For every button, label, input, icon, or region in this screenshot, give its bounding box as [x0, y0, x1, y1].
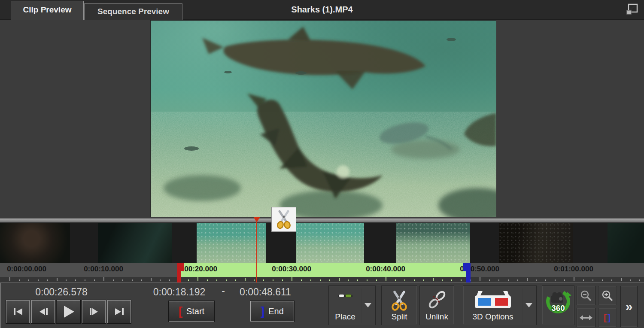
time-range-dash: -	[217, 285, 230, 297]
three-sixty-icon: 360	[542, 289, 574, 315]
toolbar-overflow-button[interactable]: »	[620, 286, 638, 327]
start-bracket-icon: [	[179, 306, 182, 317]
unlink-label: Unlink	[420, 312, 454, 322]
ruler-time-label: 0:00:30.000	[272, 265, 311, 273]
unlink-icon	[420, 290, 454, 311]
ruler-selection-region	[180, 263, 467, 277]
zoom-out-icon	[580, 290, 592, 302]
timeline-ruler[interactable]: 0:00:00.0000:00:10.0000:00:20.0000:00:30…	[0, 263, 644, 282]
selection-start-marker[interactable]	[177, 263, 184, 283]
end-bracket-icon: ]	[261, 306, 264, 317]
timeline-thumbnail[interactable]	[0, 223, 70, 263]
scissors-icon	[275, 210, 293, 229]
split-button[interactable]: Split	[381, 285, 417, 325]
next-frame-icon	[88, 307, 100, 316]
set-start-label: Start	[186, 307, 204, 316]
split-label: Split	[382, 312, 417, 322]
ruler-time-label: 0:00:00.000	[7, 265, 46, 273]
play-button[interactable]	[57, 300, 80, 323]
playhead[interactable]	[253, 217, 260, 222]
timeline-thumbnail[interactable]	[296, 223, 364, 263]
split-scissors-icon	[382, 290, 417, 311]
place-divider	[361, 289, 361, 323]
place-label: Place	[329, 312, 361, 322]
timeline-thumbnail[interactable]	[608, 223, 644, 263]
current-time-display: 0:00:26.578	[25, 286, 98, 298]
next-frame-button[interactable]	[82, 300, 106, 323]
place-icon	[329, 290, 361, 303]
timeline-thumbnail[interactable]	[499, 223, 573, 263]
three-d-options-button[interactable]: 3D Options	[463, 285, 537, 325]
three-d-divider	[522, 289, 522, 323]
place-button[interactable]: Place	[328, 285, 376, 325]
fit-width-arrow-icon	[580, 314, 592, 321]
videopad-clip-preview-window: Clip Preview Sequence Preview Sharks (1)…	[0, 0, 644, 328]
fit-timeline-button[interactable]	[577, 308, 595, 327]
tab-clip-preview[interactable]: Clip Preview	[11, 1, 84, 20]
selection-start-time: 0:00:18.192	[148, 286, 210, 298]
clip-thumbnail-strip[interactable]	[0, 223, 644, 263]
selection-end-time: 0:00:48.611	[233, 286, 298, 298]
unlink-button[interactable]: Unlink	[419, 285, 454, 325]
ruler-time-label: 0:00:40.000	[366, 265, 405, 273]
set-start-button[interactable]: [ Start	[169, 301, 214, 322]
timeline-top-divider	[0, 218, 644, 223]
set-end-button[interactable]: ] End	[250, 301, 294, 322]
selection-brackets-icon: []	[604, 313, 611, 323]
previous-frame-button[interactable]	[31, 300, 55, 323]
preview-tab-bar: Clip Preview Sequence Preview Sharks (1)…	[0, 0, 644, 20]
timeline-thumbnail[interactable]	[98, 223, 172, 263]
previous-frame-icon	[38, 307, 49, 316]
svg-text:360: 360	[551, 304, 565, 313]
set-end-label: End	[268, 307, 284, 316]
ruler-time-label: 0:00:10.000	[84, 265, 123, 273]
undock-preview-icon[interactable]	[624, 3, 639, 16]
preview-canvas	[0, 20, 644, 218]
go-to-start-button[interactable]	[6, 300, 30, 323]
place-dropdown-arrow-icon[interactable]	[365, 303, 371, 307]
video-frame[interactable]	[150, 20, 496, 217]
tab-sequence-preview[interactable]: Sequence Preview	[84, 3, 182, 20]
toolbar-left-edge	[0, 283, 1, 328]
three-d-options-label: 3D Options	[463, 312, 522, 322]
timeline-thumbnail[interactable]	[396, 223, 470, 263]
transport-toolbar: 0:00:26.578 0:00:18.192 - 0:00:48.611	[0, 282, 644, 328]
ruler-ticks	[0, 277, 644, 282]
three-d-dropdown-arrow-icon[interactable]	[526, 303, 532, 307]
ruler-time-label: 0:01:00.000	[554, 265, 593, 273]
timeline-thumbnail[interactable]	[197, 223, 266, 263]
playhead-line	[256, 222, 257, 282]
zoom-out-button[interactable]	[577, 286, 595, 305]
go-to-end-icon	[114, 307, 125, 316]
zoom-in-button[interactable]	[598, 286, 617, 305]
selection-end-marker[interactable]	[463, 263, 471, 283]
go-to-end-button[interactable]	[107, 300, 131, 323]
go-to-start-icon	[12, 307, 24, 316]
zoom-to-selection-button[interactable]: []	[598, 308, 617, 327]
play-icon	[62, 305, 76, 318]
split-cursor-box	[271, 207, 296, 232]
three-sixty-button[interactable]: 360	[542, 285, 574, 325]
three-d-glasses-icon	[463, 290, 522, 311]
zoom-in-icon	[601, 290, 614, 302]
